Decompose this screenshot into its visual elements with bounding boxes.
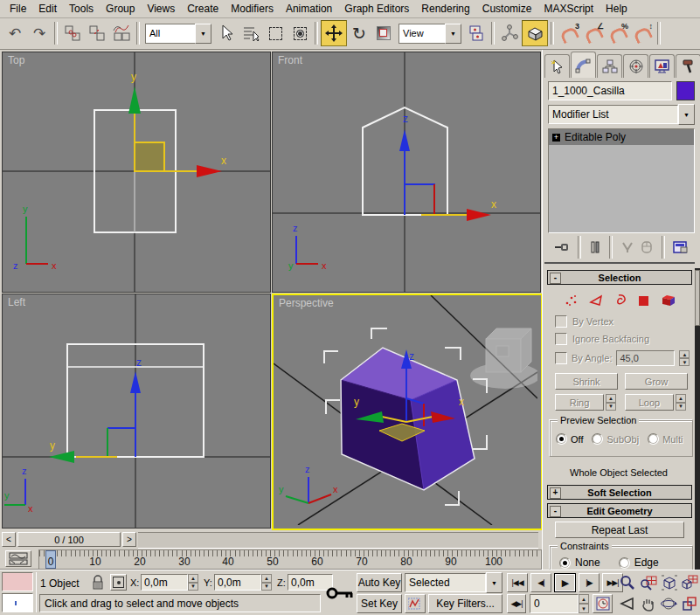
auto-key-button[interactable]: Auto Key bbox=[357, 573, 402, 592]
pan-button[interactable] bbox=[638, 594, 658, 613]
tab-modify[interactable] bbox=[571, 52, 596, 78]
menu-group[interactable]: Group bbox=[100, 2, 141, 16]
collapse-icon[interactable]: + bbox=[550, 487, 561, 499]
menu-edit[interactable]: Edit bbox=[32, 2, 63, 16]
reference-coordinate-system-dropdown[interactable]: View ▼ bbox=[399, 24, 461, 43]
percent-snap-toggle-button[interactable]: % bbox=[606, 21, 630, 45]
grow-button[interactable]: Grow bbox=[625, 373, 688, 390]
viewport-front-canvas[interactable]: z x z y x bbox=[273, 52, 540, 292]
menu-animation[interactable]: Animation bbox=[280, 2, 338, 16]
preview-off-radio[interactable] bbox=[556, 433, 567, 445]
dropdown-arrow-icon[interactable]: ▼ bbox=[445, 24, 461, 44]
constraints-none-radio[interactable] bbox=[559, 557, 571, 569]
next-frame-button[interactable]: |▶ bbox=[579, 573, 600, 592]
keyboard-override-key-button[interactable] bbox=[325, 577, 355, 609]
edit-geometry-rollout-header[interactable]: - Edit Geometry bbox=[547, 503, 692, 518]
key-mode-toggle-button[interactable]: ◀▶| bbox=[507, 594, 526, 613]
by-angle-field[interactable]: 45,0 bbox=[616, 350, 675, 366]
maximize-viewport-toggle-button[interactable] bbox=[680, 594, 699, 613]
menu-tools[interactable]: Tools bbox=[63, 2, 100, 16]
menu-file[interactable]: File bbox=[3, 2, 32, 16]
use-pivot-point-center-button[interactable] bbox=[464, 21, 489, 45]
window-crossing-button[interactable] bbox=[288, 21, 312, 45]
pin-stack-icon[interactable] bbox=[554, 240, 570, 254]
select-by-name-button[interactable] bbox=[239, 21, 263, 45]
border-subobject-icon[interactable] bbox=[614, 294, 628, 308]
tab-hierarchy[interactable] bbox=[597, 54, 622, 78]
menu-modifiers[interactable]: Modifiers bbox=[225, 2, 280, 16]
dropdown-arrow-icon[interactable]: ▼ bbox=[195, 24, 211, 44]
y-coordinate-spinner[interactable]: ▲▼ bbox=[261, 574, 272, 591]
time-slider-handle[interactable]: 0 / 100 bbox=[17, 532, 121, 547]
viewport-left[interactable]: Left z y z y x bbox=[2, 294, 271, 529]
collapse-icon[interactable]: - bbox=[550, 506, 561, 517]
ignore-backfacing-option[interactable]: Ignore Backfacing bbox=[555, 333, 649, 345]
x-coordinate-spinner[interactable]: ▲▼ bbox=[188, 574, 198, 591]
play-button[interactable]: ▶ bbox=[554, 573, 576, 592]
viewport-front[interactable]: Front z x z y x bbox=[272, 52, 541, 293]
zoom-extents-button[interactable] bbox=[659, 573, 679, 592]
x-coordinate-field[interactable]: 0,0m bbox=[141, 574, 188, 591]
select-and-move-button[interactable] bbox=[321, 20, 347, 46]
modifier-stack-row-editable-poly[interactable]: + Editable Poly bbox=[549, 129, 694, 145]
select-and-link-button[interactable] bbox=[60, 21, 85, 45]
dropdown-arrow-icon[interactable]: ▼ bbox=[486, 572, 502, 593]
preview-subobj-radio[interactable] bbox=[592, 433, 603, 445]
keyboard-shortcut-override-toggle[interactable] bbox=[522, 20, 548, 46]
menu-maxscript[interactable]: MAXScript bbox=[537, 2, 600, 16]
panel-scrollbar[interactable] bbox=[695, 268, 700, 570]
configure-modifier-sets-icon[interactable] bbox=[673, 240, 689, 254]
viewport-left-canvas[interactable]: z y z y x bbox=[3, 294, 270, 528]
snaps-toggle-button[interactable]: 3 bbox=[557, 21, 581, 45]
angle-snap-toggle-button[interactable]: ∠ bbox=[581, 21, 606, 45]
loop-spinner[interactable]: ▲▼ bbox=[676, 394, 686, 411]
maxscript-listener-pink[interactable] bbox=[2, 572, 33, 591]
open-mini-curve-editor-button[interactable] bbox=[5, 550, 31, 567]
selection-lock-toggle[interactable] bbox=[91, 575, 107, 591]
time-slider-track[interactable] bbox=[138, 532, 538, 549]
menu-create[interactable]: Create bbox=[181, 2, 225, 16]
select-and-scale-button[interactable] bbox=[371, 21, 396, 45]
spinner-snap-toggle-button[interactable]: ↕ bbox=[630, 21, 655, 45]
menu-rendering[interactable]: Rendering bbox=[415, 2, 475, 16]
make-unique-icon[interactable] bbox=[620, 240, 634, 254]
go-to-start-button[interactable]: |◀◀ bbox=[507, 573, 528, 592]
maxscript-listener-white[interactable] bbox=[2, 593, 33, 612]
redo-button[interactable]: ↷ bbox=[27, 21, 52, 45]
ring-spinner[interactable]: ▲▼ bbox=[606, 394, 616, 411]
select-and-rotate-button[interactable]: ↻ bbox=[347, 21, 371, 45]
menu-graph-editors[interactable]: Graph Editors bbox=[338, 2, 415, 16]
by-angle-spinner[interactable]: ▲▼ bbox=[679, 350, 690, 366]
select-and-manipulate-button[interactable] bbox=[497, 21, 522, 45]
dropdown-arrow-icon[interactable]: ▼ bbox=[678, 104, 695, 125]
loop-button[interactable]: Loop bbox=[625, 394, 674, 411]
time-configuration-button[interactable] bbox=[593, 594, 613, 613]
edge-subobject-icon[interactable] bbox=[589, 294, 605, 308]
show-end-result-icon[interactable] bbox=[590, 240, 600, 254]
viewport-perspective[interactable]: Perspective bbox=[272, 294, 543, 530]
by-angle-checkbox[interactable] bbox=[555, 352, 567, 364]
object-color-swatch[interactable] bbox=[676, 81, 695, 100]
panel-scrollbar-thumb[interactable] bbox=[695, 270, 700, 326]
preview-multi-radio[interactable] bbox=[648, 433, 659, 445]
zoom-button[interactable] bbox=[617, 573, 637, 592]
by-vertex-checkbox[interactable] bbox=[555, 315, 567, 328]
object-name-field[interactable]: 1_1000_Casilla bbox=[548, 81, 672, 100]
selection-set-dropdown[interactable]: Selected ▼ bbox=[405, 573, 502, 592]
previous-frame-button[interactable]: ◀| bbox=[530, 573, 551, 592]
viewport-top-canvas[interactable]: y x y z x bbox=[3, 52, 270, 292]
ring-button[interactable]: Ring bbox=[555, 394, 604, 411]
frame-spinner[interactable]: ▲▼ bbox=[579, 594, 589, 613]
menu-views[interactable]: Views bbox=[141, 2, 181, 16]
polygon-subobject-icon[interactable] bbox=[637, 294, 651, 308]
by-angle-option[interactable]: By Angle: 45,0 ▲▼ bbox=[555, 350, 690, 366]
vertex-subobject-icon[interactable] bbox=[564, 294, 579, 308]
arc-rotate-button[interactable] bbox=[659, 594, 679, 613]
field-of-view-button[interactable] bbox=[617, 594, 637, 613]
element-subobject-icon[interactable] bbox=[661, 294, 677, 308]
constraints-edge-radio[interactable] bbox=[619, 557, 630, 569]
collapse-icon[interactable]: - bbox=[550, 273, 561, 284]
absolute-offset-mode-toggle[interactable] bbox=[110, 574, 127, 591]
rectangular-selection-button[interactable] bbox=[263, 21, 288, 45]
shrink-button[interactable]: Shrink bbox=[555, 373, 618, 390]
